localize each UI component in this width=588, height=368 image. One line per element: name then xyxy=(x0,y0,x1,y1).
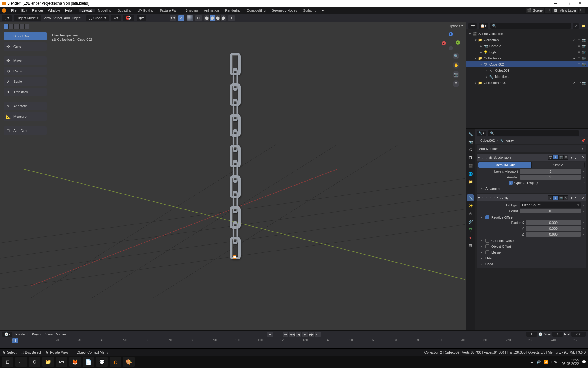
outliner-row[interactable]: ▸ 📁 Collection 2.001 ✔👁📷 xyxy=(466,80,588,86)
mod-cage[interactable]: ▽ xyxy=(564,155,568,160)
subsurf-simple[interactable]: Simple xyxy=(531,162,585,168)
visibility-toggle[interactable]: 👁 xyxy=(577,62,581,67)
firefox-app[interactable]: 🦊 xyxy=(69,357,81,367)
maximize-button[interactable]: ▢ xyxy=(562,0,574,7)
mod-realtime[interactable]: 🖥 xyxy=(553,195,558,200)
subsurf-name[interactable]: Subdivision xyxy=(493,155,511,159)
props-options[interactable]: ⋮ xyxy=(581,131,586,135)
end-frame[interactable]: 250 xyxy=(571,332,586,337)
menu-file[interactable]: File xyxy=(9,9,19,12)
proportional-toggle[interactable]: ◉▾ xyxy=(137,15,146,21)
visibility-toggle[interactable]: ✔ xyxy=(572,81,576,85)
tool-rotate[interactable]: ⟲Rotate xyxy=(4,67,47,75)
expand-icon[interactable]: ▾ xyxy=(478,155,480,159)
outliner-row[interactable]: ▾ 🎬 Scene Collection xyxy=(466,31,588,37)
misc-app[interactable]: 🎨 xyxy=(123,357,135,367)
system-tray[interactable]: ˄ ☁ 🔊 📶 ENG 21:55 26-05-2022 💬 xyxy=(525,358,586,366)
expand-icon[interactable]: ▾ xyxy=(473,38,478,42)
play-fwd[interactable]: ▶ xyxy=(302,332,308,337)
constoff-checkbox[interactable] xyxy=(485,239,489,243)
visibility-toggle[interactable]: 👁 xyxy=(577,81,581,85)
header-object[interactable]: Object xyxy=(72,16,81,20)
outliner-row[interactable]: ▾ 📁 Collection 2 ✔👁📷 xyxy=(466,55,588,61)
expand-icon[interactable]: ▸ xyxy=(484,69,489,73)
mod-realtime[interactable]: 🖥 xyxy=(553,155,558,160)
outliner-row[interactable]: ▸ 💡 Light 👁📷 xyxy=(466,49,588,55)
visibility-toggle[interactable]: 📷 xyxy=(582,50,586,54)
outliner-search[interactable]: 🔍 xyxy=(490,23,571,29)
tab-modifiers[interactable]: 🔧 xyxy=(467,194,474,201)
visibility-toggle[interactable]: 📷 xyxy=(582,38,586,42)
pan-icon[interactable]: ✋ xyxy=(453,62,459,69)
levels-value[interactable]: 3 xyxy=(520,169,581,174)
frame-lock[interactable]: 🕓 xyxy=(538,332,543,336)
tab-render[interactable]: 📷 xyxy=(467,139,474,145)
timeline-keying[interactable]: Keying xyxy=(32,332,43,336)
timeline-marker[interactable]: Marker xyxy=(56,332,66,336)
viewport-3d[interactable]: Options ▾ User Perspective (1) Collectio… xyxy=(0,22,466,330)
expand-icon[interactable]: ▾ xyxy=(479,63,483,67)
visibility-toggle[interactable]: 📷 xyxy=(582,56,586,60)
mod-editmode[interactable]: ▽ xyxy=(548,195,553,200)
tab-particles[interactable]: ✨ xyxy=(467,202,474,209)
menu-render[interactable]: Render xyxy=(30,9,46,12)
orientation-dropdown[interactable]: ⛶ Global ▾ xyxy=(86,15,109,21)
optimal-checkbox[interactable]: ✔ xyxy=(509,181,513,185)
expand-icon[interactable]: ▾ xyxy=(468,32,472,36)
new-collection-button[interactable]: 📁 xyxy=(581,24,586,28)
add-modifier-dropdown[interactable]: Add Modifier▾ xyxy=(477,145,586,152)
subsurf-catmull[interactable]: Catmull-Clark xyxy=(478,162,531,168)
tool-select-box[interactable]: ⬚Select Box xyxy=(4,32,47,40)
tray-volume-icon[interactable]: 🔊 xyxy=(537,360,541,364)
tab-tool[interactable]: 🔧 xyxy=(467,131,474,137)
expand-icon[interactable]: ▾ xyxy=(473,56,478,60)
tool-measure[interactable]: 📐Measure xyxy=(4,112,47,121)
workspace-shading[interactable]: Shading xyxy=(183,9,201,12)
select-mode-tweak[interactable] xyxy=(4,24,9,29)
shading-options[interactable]: ▾ xyxy=(228,15,235,21)
mod-cage[interactable]: ▽ xyxy=(564,195,568,200)
props-search[interactable]: 🔍 xyxy=(488,130,579,136)
timeline-view[interactable]: View xyxy=(45,332,53,336)
select-mode-extra[interactable] xyxy=(24,24,29,29)
xray-toggle[interactable]: ⊡ xyxy=(195,15,202,21)
autokey-toggle[interactable]: ● xyxy=(267,332,273,337)
overlay-toggle[interactable] xyxy=(187,15,193,21)
menu-help[interactable]: Help xyxy=(62,9,74,12)
tab-physics[interactable]: ⚛ xyxy=(467,210,474,217)
tab-output[interactable]: 🖨 xyxy=(467,147,474,153)
outliner-filter[interactable]: ▽ xyxy=(573,23,579,29)
tool-add-cube[interactable]: □Add Cube xyxy=(4,126,47,135)
mod-render[interactable]: 📷 xyxy=(558,155,563,160)
blender-app[interactable]: ◐ xyxy=(110,357,121,367)
tray-chevron-icon[interactable]: ˄ xyxy=(525,360,527,364)
outliner-row[interactable]: ▾ 📁 Collection ✔👁📷 xyxy=(466,37,588,43)
workspace-sculpting[interactable]: Sculpting xyxy=(115,9,134,12)
expand-icon[interactable]: ▾ xyxy=(478,196,480,200)
grip-icon[interactable]: ⋮⋮ xyxy=(481,196,488,200)
mod-editmode[interactable]: ▽ xyxy=(548,155,553,160)
tray-wifi-icon[interactable]: 📶 xyxy=(544,360,548,364)
new-scene-button[interactable]: ❐ xyxy=(545,8,551,13)
tray-clock[interactable]: 21:55 26-05-2022 xyxy=(562,358,579,366)
outliner-row[interactable]: ▸ 🔧 Modifiers xyxy=(466,74,588,80)
render-value[interactable]: 3 xyxy=(520,175,581,180)
workspace-layout[interactable]: Layout xyxy=(79,9,95,12)
tab-object[interactable]: ▫ xyxy=(467,186,474,193)
visibility-toggle[interactable]: 👁 xyxy=(577,44,581,48)
scene-selector[interactable]: 🎬Scene xyxy=(526,8,544,13)
visibility-toggle[interactable]: 📷 xyxy=(582,62,586,67)
mod-extra[interactable]: ⋮⋮ xyxy=(574,155,581,159)
visibility-toggle[interactable]: 👁 xyxy=(577,50,581,54)
fy-value[interactable]: 0.000 xyxy=(526,226,581,231)
array-header[interactable]: ▾ ⋮⋮ ⋮⋮⋮ Array ▽ 🖥 📷 ▽ ▾ ⋮⋮ ✕ xyxy=(477,194,586,201)
outliner-mode[interactable]: ≔▾ xyxy=(468,23,477,29)
timeline-track[interactable]: 1 11020304050607080901001101201301401501… xyxy=(0,338,588,348)
visibility-toggle[interactable]: 📷 xyxy=(582,81,586,85)
visibility-dropdown[interactable]: 👁▾ xyxy=(170,15,176,21)
perspective-icon[interactable]: ⊞ xyxy=(453,80,459,87)
select-mode-lasso[interactable] xyxy=(19,24,24,29)
fit-value[interactable]: Fixed Count▾ xyxy=(520,202,581,208)
shading-rendered[interactable]: ⬤ xyxy=(221,15,226,21)
tray-notifications-icon[interactable]: 💬 xyxy=(582,360,586,364)
